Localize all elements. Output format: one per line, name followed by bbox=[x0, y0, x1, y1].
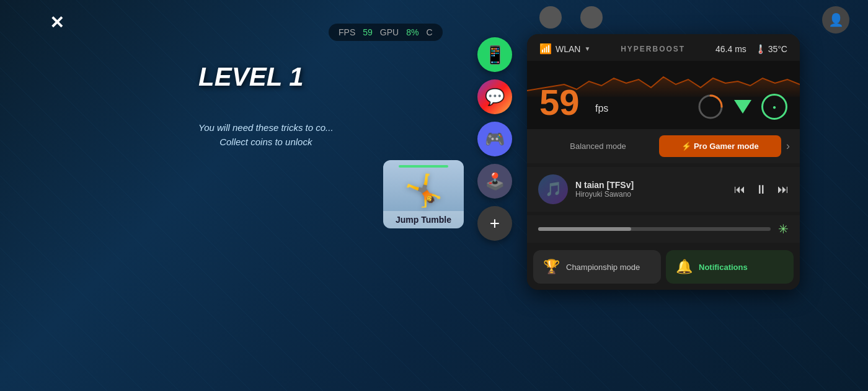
whatsapp-icon[interactable]: 📱 bbox=[477, 37, 512, 72]
music-controls: ⏮ ⏸ ⏭ bbox=[734, 182, 789, 197]
triangle-down-icon bbox=[734, 100, 751, 114]
top-icons-row bbox=[539, 6, 603, 29]
music-player: 🎵 N taian [TFSv] Hiroyuki Sawano ⏮ ⏸ ⏭ bbox=[527, 167, 800, 212]
music-artist: Hiroyuki Sawano bbox=[575, 190, 727, 199]
notifications-label: Notifications bbox=[699, 263, 748, 272]
add-icon[interactable]: + bbox=[477, 206, 512, 241]
championship-label: Championship mode bbox=[566, 263, 640, 272]
discord-icon[interactable]: 🎮 bbox=[477, 122, 512, 156]
brightness-fill bbox=[538, 227, 631, 231]
game-subtitle: You will need these tricks to co...Colle… bbox=[198, 121, 334, 149]
fps-indicators: ● bbox=[697, 93, 787, 120]
wifi-icon: 📶 bbox=[539, 43, 552, 55]
championship-icon: 🏆 bbox=[543, 259, 560, 275]
fps-label: FPS bbox=[339, 27, 355, 37]
brightness-slider[interactable] bbox=[538, 227, 771, 231]
album-art: 🎵 bbox=[538, 174, 568, 204]
wlan-label: WLAN bbox=[556, 44, 580, 54]
panel-header: 📶 WLAN ▼ HYPERBOOST 46.4 ms 🌡️ 35°C bbox=[527, 34, 800, 61]
gpu-label: GPU bbox=[380, 27, 399, 37]
top-icon-2 bbox=[580, 6, 603, 29]
fps-big-value: 59 bbox=[539, 84, 580, 120]
music-info: N taian [TFSv] Hiroyuki Sawano bbox=[575, 180, 727, 199]
fps-value: 59 bbox=[363, 27, 373, 37]
cpu-label: C bbox=[426, 27, 432, 37]
championship-mode-button[interactable]: 🏆 Championship mode bbox=[533, 250, 661, 284]
user-avatar[interactable]: 👤 bbox=[822, 6, 849, 34]
gpu-value: 8% bbox=[406, 27, 418, 37]
gamepad-icon[interactable]: 🕹️ bbox=[477, 164, 512, 199]
wlan-dropdown-arrow: ▼ bbox=[584, 45, 590, 52]
trick-card-label: Jump Tumble bbox=[383, 211, 464, 228]
ping-value: 46.4 ms bbox=[715, 44, 746, 54]
balanced-mode-button[interactable]: Balanced mode bbox=[537, 135, 659, 157]
pause-button[interactable]: ⏸ bbox=[755, 182, 768, 197]
mode-chevron-icon[interactable]: › bbox=[786, 140, 790, 153]
fps-unit: fps bbox=[595, 103, 608, 114]
notifications-icon: 🔔 bbox=[676, 259, 693, 275]
panel-stats: 46.4 ms 🌡️ 35°C bbox=[715, 44, 787, 54]
bottom-buttons: 🏆 Championship mode 🔔 Notifications bbox=[527, 246, 800, 290]
app-icons-panel: 📱 💬 🎮 🕹️ + bbox=[477, 37, 512, 241]
trick-card[interactable]: 🤸 Jump Tumble bbox=[383, 160, 464, 228]
pro-gamer-mode-button[interactable]: ⚡ Pro Gamer mode bbox=[659, 135, 781, 157]
next-track-button[interactable]: ⏭ bbox=[777, 183, 789, 196]
hyperboost-panel: 📶 WLAN ▼ HYPERBOOST 46.4 ms 🌡️ 35°C 59 f… bbox=[527, 34, 800, 290]
brightness-row: ✳ bbox=[527, 215, 800, 243]
music-title: N taian [TFSv] bbox=[575, 180, 727, 190]
temp-value: 🌡️ 35°C bbox=[755, 44, 787, 54]
cpu-arc-icon bbox=[697, 93, 724, 120]
brightness-icon: ✳ bbox=[778, 222, 789, 236]
notifications-button[interactable]: 🔔 Notifications bbox=[666, 250, 794, 284]
mode-selector: Balanced mode ⚡ Pro Gamer mode › bbox=[527, 129, 800, 163]
game-title: LEVEL 1 bbox=[198, 62, 304, 92]
avatar-icon: 👤 bbox=[828, 12, 844, 27]
messenger-icon[interactable]: 💬 bbox=[477, 79, 512, 114]
top-stats-bar: FPS 59 GPU 8% C bbox=[329, 24, 443, 41]
wlan-info[interactable]: 📶 WLAN ▼ bbox=[539, 43, 590, 55]
hyperboost-logo: HYPERBOOST bbox=[621, 45, 685, 53]
prev-track-button[interactable]: ⏮ bbox=[734, 183, 745, 196]
green-circle-icon: ● bbox=[761, 94, 787, 120]
fps-graph-area: 59 fps ● bbox=[527, 61, 800, 129]
close-button[interactable]: ✕ bbox=[50, 12, 64, 33]
trick-card-progress bbox=[399, 165, 448, 168]
top-icon-1 bbox=[539, 6, 562, 29]
trick-card-icon: 🤸 bbox=[388, 173, 459, 209]
